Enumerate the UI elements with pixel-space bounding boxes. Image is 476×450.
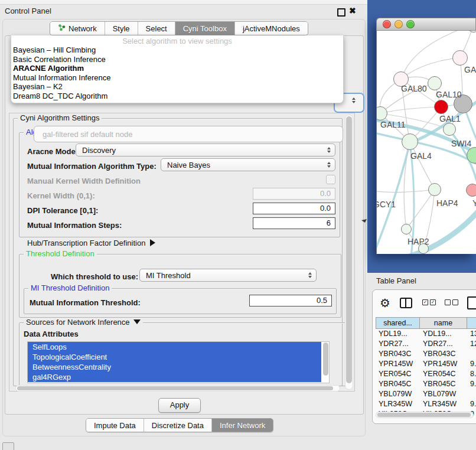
network-canvas[interactable]: GALGAL80GAL10GAL1GAL11SWI4GAL4GCY1HAP4YH… [376,31,476,254]
network-edge[interactable] [380,107,441,113]
network-node[interactable] [466,184,476,197]
aracne-mode-combo[interactable]: Discovery [76,144,335,156]
network-edge[interactable] [406,190,435,229]
settings-vscroll-thumb[interactable] [346,116,352,383]
dpi-tolerance-input[interactable]: 0.0 [253,203,335,214]
table-cell: YBR043C [420,349,467,359]
data-attributes-list[interactable]: SelfLoopsTopologicalCoefficientBetweenne… [27,341,330,383]
table-cell: YER054C [376,369,420,379]
table-cell: 8. [467,369,476,379]
network-node[interactable] [434,100,448,114]
network-edge[interactable] [404,142,410,229]
table-cell: YBR043C [376,349,420,359]
tab-infer-network[interactable]: Infer Network [212,419,273,432]
tab-select[interactable]: Select [138,22,175,35]
table-cell: YBL079W [376,389,420,399]
window-minimize-button[interactable] [395,20,403,28]
table-horizontal-scrollbar[interactable] [376,412,474,418]
network-node[interactable] [401,224,412,234]
manual-kernel-width-checkbox[interactable] [326,175,335,184]
tab-discretize-data[interactable]: Discretize Data [144,419,212,432]
cyni-algorithm-settings-legend: Cyni Algorithm Settings [18,113,102,122]
table-header-row: shared...nameA [376,317,476,329]
algorithm-option-mutual-information-inference[interactable]: Mutual Information Inference [11,73,343,83]
popup-placeholder: Select algorithm to view settings [11,37,343,45]
kernel-width-input[interactable]: 0.0 [253,188,335,200]
list-scrollbar[interactable] [322,343,329,380]
tab-impute-data[interactable]: Impute Data [86,419,144,432]
network-edge[interactable] [377,132,476,167]
data-attribute-item[interactable]: gal4RGexp [28,372,321,382]
table-row[interactable]: YPR145WYPR145W9. [376,359,476,369]
unchecked-box-icon[interactable] [445,299,451,305]
network-node[interactable] [428,76,442,90]
data-attribute-item[interactable]: SelfLoops [28,342,321,352]
network-node[interactable] [402,133,418,150]
table-panel-title: Table Panel [376,276,416,285]
column-header-shared[interactable]: shared... [376,317,420,329]
window-close-button[interactable] [383,20,391,28]
collapse-down-icon[interactable] [133,319,141,324]
table-row[interactable]: YDR27...YDR27...12 [376,339,476,349]
unchecked-box-icon[interactable] [452,299,458,305]
settings-hscroll-thumb[interactable] [17,386,333,390]
control-panel-title: Control Panel [5,6,51,15]
tab-style[interactable]: Style [105,22,138,35]
algorithm-option-bayesian-k2[interactable]: Bayesian – K2 [11,82,343,92]
settings-vertical-scrollbar[interactable] [345,115,353,390]
column-header-a[interactable]: A [467,317,476,329]
table-row[interactable]: YLR345WYLR345W9. [376,399,476,409]
network-node[interactable] [452,50,468,66]
which-threshold-combo[interactable]: MI Threshold [139,269,317,282]
algorithm-option-dream8-dc-tdc-algorithm[interactable]: Dream8 DC_TDC Algorithm [11,92,343,101]
tab-cyni-toolbox[interactable]: Cyni Toolbox [175,22,235,35]
network-selection-value: gal-filtered sif default node [43,130,132,139]
checked-box-icon[interactable]: ✓ [430,299,436,305]
apply-button[interactable]: Apply [158,398,201,413]
table-row[interactable]: YBR045CYBR045C9. [376,379,476,389]
algorithm-option-aracne-algorithm[interactable]: ARACNE Algorithm [11,64,343,73]
which-threshold-value: MI Threshold [140,271,307,280]
table-hscroll-thumb[interactable] [377,413,471,417]
settings-scroll-pane: Cyni Algorithm Settings Algorithm Defini… [9,113,355,392]
checked-box-icon[interactable]: ✓ [422,299,428,305]
mi-algorithm-type-combo[interactable]: Naive Bayes [161,158,335,171]
gear-icon[interactable]: ⚙ [380,296,390,310]
mi-threshold-input[interactable]: 0.5 [249,295,332,306]
collapsed-panel-button[interactable] [2,442,14,450]
hub-definition-expander[interactable]: Hub/Transcription Factor Definition [27,239,155,247]
table-row[interactable]: YBR043CYBR043C [376,349,476,359]
column-layout-icon[interactable] [400,298,412,308]
table-row[interactable]: YBL079WYBL079W [376,389,476,399]
network-window-titlebar[interactable] [376,18,476,31]
mi-steps-input[interactable]: 6 [253,217,335,229]
tab-network[interactable]: Network [50,22,105,35]
tab-jactivemnodules[interactable]: jActiveMNodules [235,22,308,35]
table-cell: 12 [467,339,476,349]
algorithm-option-bayesian-hill-climbing[interactable]: Bayesian – Hill Climbing [11,45,343,55]
algorithm-option-basic-correlation-inference[interactable]: Basic Correlation Inference [11,55,343,64]
table-row[interactable]: YER054CYER054C8. [376,369,476,379]
window-zoom-button[interactable] [406,20,415,28]
document-icon[interactable] [467,296,476,309]
node-label-swi4: SWI4 [451,139,471,148]
network-edge[interactable] [377,190,435,193]
float-window-icon[interactable] [337,8,345,17]
network-selection-combo[interactable]: gal-filtered sif default node [34,126,343,142]
data-attribute-item[interactable]: TopologicalCoefficient [28,352,321,362]
close-icon[interactable]: ✖ [349,6,356,15]
table-row[interactable]: YDL19...YDL19...13 [376,329,476,339]
network-node[interactable] [428,183,441,196]
list-scrollbar-thumb[interactable] [323,343,328,376]
network-node[interactable] [443,123,456,136]
network-edge[interactable] [401,58,460,79]
table-cell: 9. [467,359,476,369]
algorithm-option-list: Bayesian – Hill ClimbingBasic Correlatio… [11,45,343,100]
settings-horizontal-scrollbar[interactable] [15,385,340,392]
network-edge[interactable] [405,206,476,254]
network-edge[interactable] [377,143,410,254]
column-header-name[interactable]: name [420,317,467,329]
data-attribute-item[interactable]: BetweennessCentrality [28,362,321,372]
node-label-gal80: GAL80 [401,84,427,93]
tab-label: Impute Data [94,421,136,430]
